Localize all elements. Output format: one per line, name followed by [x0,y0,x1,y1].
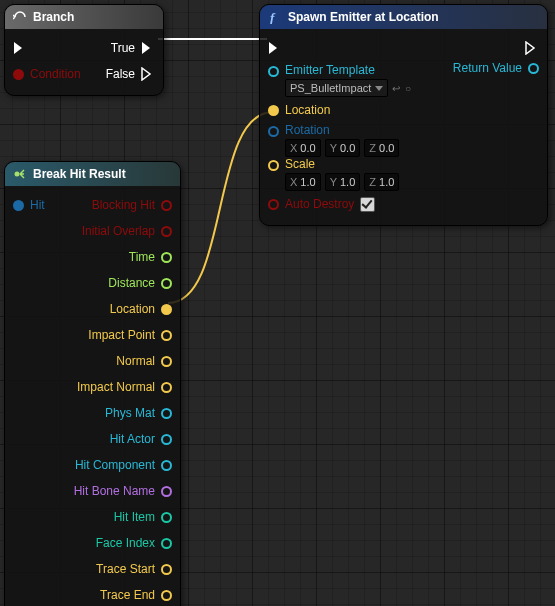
pin-icon [161,512,172,523]
hit-bone-name-pin[interactable]: Hit Bone Name [74,484,172,498]
node-spawn-emitter[interactable]: f Spawn Emitter at Location Emitter Temp… [259,4,548,226]
pin-label: Initial Overlap [82,224,155,238]
scale-z-field[interactable]: Z1.0 [364,173,399,191]
pin-label: Location [285,103,330,117]
pin-label: Condition [30,67,81,81]
pin-icon [161,304,172,315]
value: 0.0 [379,142,394,154]
face-index-pin[interactable]: Face Index [96,536,172,550]
pin-icon [13,200,24,211]
auto-destroy-checkbox[interactable] [360,197,375,212]
rotation-y-field[interactable]: Y0.0 [325,139,361,157]
node-break-hit-result[interactable]: Break Hit Result Hit Blocking Hit Initia… [4,161,181,606]
pin-icon [161,408,172,419]
pin-label: Return Value [453,61,522,75]
svg-point-0 [15,172,20,177]
scale-x-field[interactable]: X1.0 [285,173,321,191]
exec-out-pin[interactable] [525,41,539,55]
rotation-z-field[interactable]: Z0.0 [364,139,399,157]
pin-label: Normal [116,354,155,368]
scale-input-pin[interactable]: Scale X1.0 Y1.0 Z1.0 [268,157,399,191]
auto-destroy-pin[interactable]: Auto Destroy [268,197,375,212]
pin-label: Scale [285,157,399,171]
pin-label: Trace Start [96,562,155,576]
initial-overlap-pin[interactable]: Initial Overlap [82,224,172,238]
break-struct-icon [13,167,27,181]
true-pin[interactable]: True [111,41,155,55]
pin-label: Trace End [100,588,155,602]
location-pin[interactable]: Location [110,302,172,316]
pin-icon [161,356,172,367]
pin-label: False [106,67,135,81]
pin-label: Blocking Hit [92,198,155,212]
chevron-down-icon [375,86,383,91]
pin-label: Distance [108,276,155,290]
return-value-pin[interactable]: Return Value [453,61,539,75]
impact-normal-pin[interactable]: Impact Normal [77,380,172,394]
location-input-pin[interactable]: Location [268,103,330,117]
false-pin[interactable]: False [106,67,155,81]
node-header[interactable]: Break Hit Result [5,162,180,186]
hit-actor-pin[interactable]: Hit Actor [110,432,172,446]
pin-icon [268,105,279,116]
time-pin[interactable]: Time [129,250,172,264]
hit-input-pin[interactable]: Hit [13,198,45,212]
exec-in-pin[interactable] [13,41,27,55]
pin-icon [268,126,279,137]
node-header[interactable]: f Spawn Emitter at Location [260,5,547,29]
node-branch[interactable]: Branch True Condition False [4,4,164,96]
pin-label: Hit Bone Name [74,484,155,498]
node-title: Branch [33,10,74,24]
pin-icon [161,460,172,471]
pin-icon [268,160,279,171]
function-icon: f [268,10,282,24]
blocking-hit-pin[interactable]: Blocking Hit [92,198,172,212]
pin-icon [161,226,172,237]
pin-label: Face Index [96,536,155,550]
pin-label: Emitter Template [285,63,412,77]
pin-label: Hit Item [114,510,155,524]
pin-icon [268,199,279,210]
normal-pin[interactable]: Normal [116,354,172,368]
pin-label: Time [129,250,155,264]
impact-point-pin[interactable]: Impact Point [88,328,172,342]
scale-y-field[interactable]: Y1.0 [325,173,361,191]
pin-label: Auto Destroy [285,197,354,211]
value: 0.0 [300,142,315,154]
trace-start-pin[interactable]: Trace Start [96,562,172,576]
emitter-template-pin[interactable]: Emitter Template PS_BulletImpact ↩ ○ [268,61,412,97]
value: 1.0 [300,176,315,188]
pin-icon [161,382,172,393]
pin-icon [161,538,172,549]
exec-in-pin[interactable] [268,41,282,55]
distance-pin[interactable]: Distance [108,276,172,290]
branch-icon [13,10,27,24]
rotation-input-pin[interactable]: Rotation X0.0 Y0.0 Z0.0 [268,123,399,157]
pin-icon [161,486,172,497]
pin-icon [161,590,172,601]
phys-mat-pin[interactable]: Phys Mat [105,406,172,420]
pin-icon [161,564,172,575]
hit-item-pin[interactable]: Hit Item [114,510,172,524]
pin-label: Hit [30,198,45,212]
asset-tools-icons[interactable]: ↩ ○ [392,83,412,94]
pin-label: Hit Actor [110,432,155,446]
pin-icon [161,278,172,289]
node-header[interactable]: Branch [5,5,163,29]
condition-pin[interactable]: Condition [13,67,81,81]
emitter-template-dropdown[interactable]: PS_BulletImpact [285,79,388,97]
pin-label: Location [110,302,155,316]
node-title: Spawn Emitter at Location [288,10,439,24]
value: 1.0 [379,176,394,188]
rotation-x-field[interactable]: X0.0 [285,139,321,157]
pin-icon [268,66,279,77]
pin-label: Impact Normal [77,380,155,394]
pin-icon [528,63,539,74]
value: 0.0 [340,142,355,154]
hit-component-pin[interactable]: Hit Component [75,458,172,472]
svg-text:f: f [270,10,276,24]
pin-label: Impact Point [88,328,155,342]
pin-icon [161,200,172,211]
trace-end-pin[interactable]: Trace End [100,588,172,602]
pin-icon [161,330,172,341]
